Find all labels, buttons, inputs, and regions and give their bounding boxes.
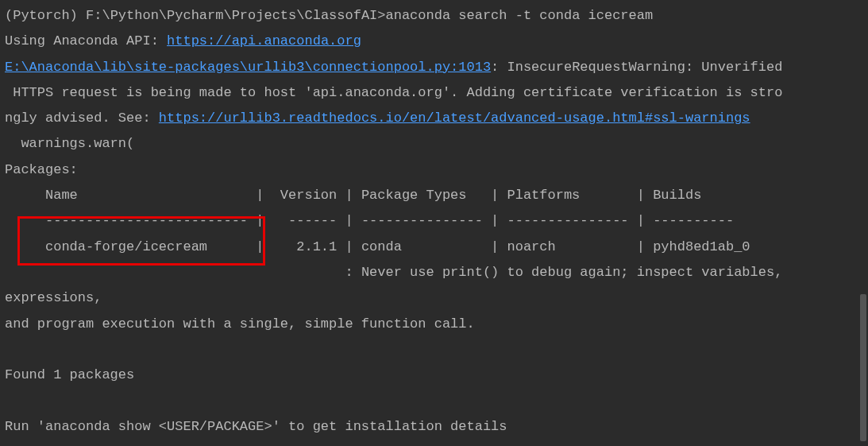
api-label: Using Anaconda API: [5,33,167,48]
packages-header: Packages: [5,162,78,177]
prompt-env: (Pytorch) [5,8,86,23]
run-instruction-text: Run 'anaconda show <USER/PACKAGE>' to ge… [5,419,507,434]
warning-text-3: ngly advised. See: [5,111,159,126]
warning-text-1: : InsecureRequestWarning: Unverified [491,60,782,75]
ssl-url-link[interactable]: https://urllib3.readthedocs.io/en/latest… [159,111,750,126]
table-divider-row: ------------------------- | ------ | ---… [5,213,734,228]
table-header-row: Name | Version | Package Types | Platfor… [5,188,701,203]
warning-text-2: HTTPS request is being made to host 'api… [5,85,782,100]
description-line-1: : Never use print() to debug again; insp… [5,265,791,280]
description-line-2: expressions, [5,290,102,305]
table-row: conda-forge/icecream | 2.1.1 | conda | n… [5,239,750,254]
found-packages-text: Found 1 packages [5,367,134,382]
prompt-path: F:\Python\Pycharm\Projects\ClassofAI> [86,8,385,23]
command-text: anaconda search -t conda icecream [386,8,654,23]
warning-path-link[interactable]: E:\Anaconda\lib\site-packages\urllib3\co… [5,60,491,75]
api-url-link[interactable]: https://api.anaconda.org [167,33,361,48]
terminal-output: (Pytorch) F:\Python\Pycharm\Projects\Cla… [5,3,863,440]
scrollbar[interactable] [860,294,866,441]
warnings-warn-line: warnings.warn( [5,136,134,151]
description-line-3: and program execution with a single, sim… [5,316,475,332]
